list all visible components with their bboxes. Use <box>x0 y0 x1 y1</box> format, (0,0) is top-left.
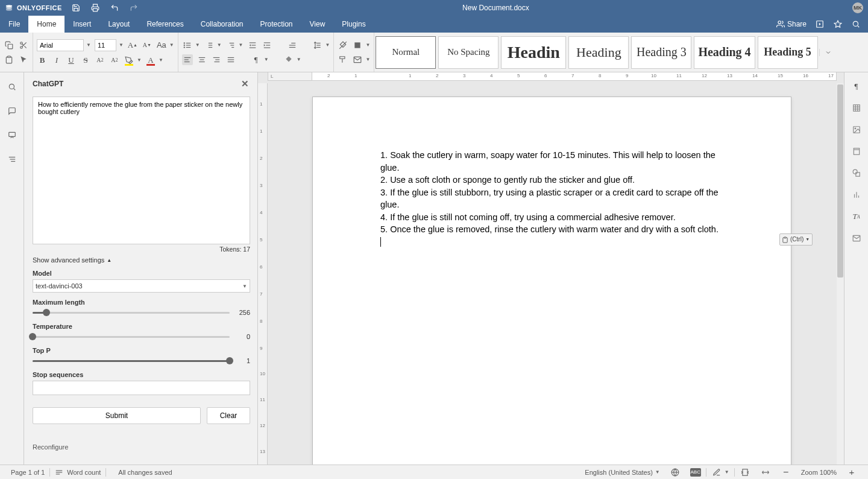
language-select[interactable]: English (United States) ▼ <box>580 469 664 476</box>
select-cursor-icon[interactable] <box>18 54 29 65</box>
fit-width-icon[interactable] <box>760 467 771 478</box>
vertical-scrollbar[interactable] <box>837 83 844 465</box>
tab-protection[interactable]: Protection <box>252 16 301 33</box>
strikethrough-icon[interactable]: S <box>80 55 91 66</box>
style-heading3[interactable]: Heading 3 <box>631 36 691 69</box>
redo-icon[interactable] <box>128 2 139 13</box>
zoom-indicator[interactable]: Zoom 100% <box>796 469 841 476</box>
decrease-indent-icon[interactable] <box>247 40 258 51</box>
align-left-icon[interactable] <box>182 54 193 65</box>
header-footer-icon[interactable] <box>851 146 862 157</box>
image-settings-icon[interactable] <box>851 124 862 135</box>
navigation-icon[interactable] <box>6 153 18 165</box>
table-settings-icon[interactable] <box>851 103 862 113</box>
spellcheck-icon[interactable]: ABC <box>690 468 701 477</box>
styles-expand-icon[interactable] <box>819 49 837 56</box>
paragraph-settings-icon[interactable]: ¶ <box>851 81 862 92</box>
trackchanges-icon[interactable] <box>711 467 722 478</box>
fill-color-icon[interactable] <box>352 40 363 51</box>
advanced-settings-toggle[interactable]: Show advanced settings ▲ <box>33 256 250 264</box>
highlight-color-icon[interactable] <box>124 55 134 66</box>
chart-settings-icon[interactable] <box>851 189 862 200</box>
change-case-icon[interactable]: Aa <box>156 40 167 51</box>
clear-button[interactable]: Clear <box>207 407 250 424</box>
textart-settings-icon[interactable]: TA <box>851 211 862 222</box>
font-color-icon[interactable]: A <box>145 55 156 66</box>
search-icon[interactable] <box>851 19 861 29</box>
share-button[interactable]: Share <box>776 20 807 28</box>
fit-page-icon[interactable] <box>740 467 750 478</box>
tab-insert[interactable]: Insert <box>64 16 99 33</box>
temp-slider[interactable] <box>33 332 230 341</box>
document-page[interactable]: Soak the cutlery in warm, soapy water fo… <box>312 97 791 465</box>
tab-plugins[interactable]: Plugins <box>333 16 374 33</box>
subscript-icon[interactable]: A2 <box>109 55 120 66</box>
chat-icon[interactable] <box>6 129 18 141</box>
bold-icon[interactable]: B <box>37 55 48 66</box>
reconfigure-link[interactable]: Reconfigure <box>33 443 250 451</box>
superscript-icon[interactable]: A2 <box>95 55 105 66</box>
print-icon[interactable] <box>90 2 101 13</box>
font-size-dropdown-icon[interactable]: ▼ <box>119 42 124 48</box>
page-indicator[interactable]: Page 1 of 1 <box>6 469 49 476</box>
increase-font-icon[interactable]: A▲ <box>127 40 138 51</box>
paste-options-button[interactable]: (Ctrl) ▼ <box>779 233 813 246</box>
multilevel-list-icon[interactable] <box>225 40 236 51</box>
model-select[interactable]: text-davinci-003 ▼ <box>33 279 250 293</box>
shape-settings-icon[interactable] <box>851 168 862 179</box>
zoom-in-icon[interactable]: + <box>846 467 857 478</box>
undo-icon[interactable] <box>109 2 120 13</box>
decrease-font-icon[interactable]: A▼ <box>142 40 153 51</box>
close-icon[interactable]: ✕ <box>239 78 250 89</box>
underline-icon[interactable]: U <box>66 55 77 66</box>
line-spacing-icon[interactable] <box>312 40 323 51</box>
open-location-icon[interactable] <box>815 19 825 29</box>
find-icon[interactable] <box>6 81 18 93</box>
style-nospacing[interactable]: No Spacing <box>438 36 498 69</box>
style-heading4[interactable]: Heading 4 <box>694 36 755 69</box>
doc-language-icon[interactable] <box>670 467 681 478</box>
format-painter-icon[interactable] <box>338 54 348 65</box>
tab-view[interactable]: View <box>301 16 334 33</box>
font-name-dropdown-icon[interactable]: ▼ <box>86 42 91 48</box>
mailmerge-settings-icon[interactable] <box>851 233 862 244</box>
clear-style-icon[interactable] <box>338 40 348 51</box>
align-center-icon[interactable] <box>197 54 207 65</box>
italic-icon[interactable]: I <box>51 55 62 66</box>
tab-home[interactable]: Home <box>28 16 64 33</box>
align-right-icon[interactable] <box>211 54 222 65</box>
paste-icon[interactable] <box>4 54 14 65</box>
paragraph-indent-icon[interactable] <box>287 40 298 51</box>
number-list-icon[interactable] <box>204 40 215 51</box>
prompt-input[interactable]: How to efficiently remove the glue from … <box>33 97 250 244</box>
tab-file[interactable]: File <box>0 16 28 33</box>
tab-collaboration[interactable]: Collaboration <box>192 16 252 33</box>
align-justify-icon[interactable] <box>225 54 236 65</box>
style-heading1[interactable]: Headin <box>501 36 566 69</box>
copy-icon[interactable] <box>4 40 14 51</box>
style-heading2[interactable]: Heading <box>568 36 629 69</box>
topp-slider[interactable] <box>33 357 230 365</box>
wordcount-button[interactable]: Word count <box>50 468 105 477</box>
nonprinting-icon[interactable]: ¶ <box>251 54 262 65</box>
submit-button[interactable]: Submit <box>33 407 201 424</box>
favorite-icon[interactable] <box>833 19 843 29</box>
style-heading5[interactable]: Heading 5 <box>758 36 818 69</box>
user-avatar[interactable]: MK <box>852 2 863 13</box>
increase-indent-icon[interactable] <box>262 40 272 51</box>
cut-icon[interactable] <box>18 40 29 51</box>
font-size-input[interactable] <box>95 39 116 51</box>
style-normal[interactable]: Normal <box>376 36 436 69</box>
save-icon[interactable] <box>71 2 81 13</box>
tab-layout[interactable]: Layout <box>99 16 138 33</box>
mail-merge-icon[interactable] <box>352 54 363 65</box>
tab-references[interactable]: References <box>138 16 192 33</box>
zoom-out-icon[interactable]: − <box>781 467 791 478</box>
shading-icon[interactable] <box>283 54 294 65</box>
comments-icon[interactable] <box>6 105 18 117</box>
stop-sequences-input[interactable] <box>33 381 250 395</box>
font-name-input[interactable] <box>37 39 84 51</box>
maxlen-slider[interactable] <box>33 308 230 317</box>
editor-canvas[interactable]: 1 1 2 3 4 5 6 7 8 9 10 11 12 13 L 2 1 <box>258 72 844 465</box>
bullet-list-icon[interactable] <box>182 40 193 51</box>
